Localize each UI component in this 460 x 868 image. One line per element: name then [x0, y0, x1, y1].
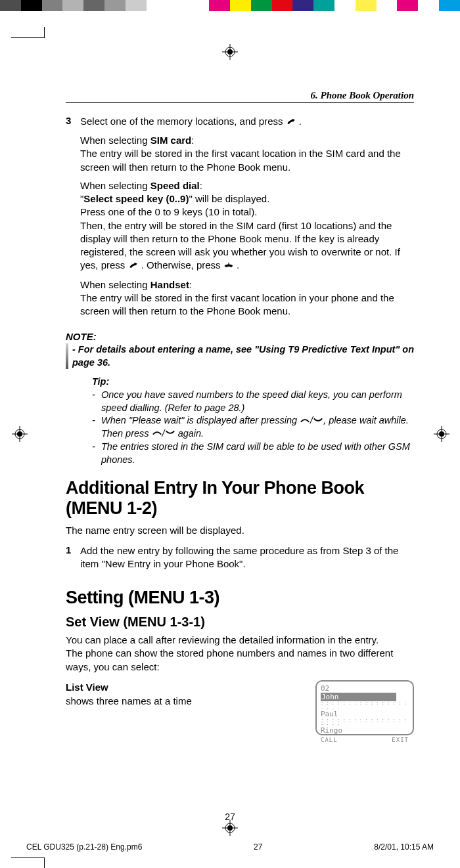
note-text: - For details about entering a name, see… [72, 343, 414, 369]
content-area: 6. Phone Book Operation 3 Select one of … [66, 90, 414, 735]
phone-screen-illustration: 02 John · · · · · · · · · · · · · · · · … [315, 680, 414, 735]
call-key-icon [286, 116, 296, 129]
step1-text: Add the new entry by following the same … [80, 544, 414, 571]
step-number: 3 [66, 115, 80, 323]
crop-mark [11, 825, 44, 858]
note-label: NOTE: [66, 331, 414, 342]
registration-mark-icon [434, 426, 449, 442]
footer-timestamp: 8/2/01, 10:15 AM [374, 842, 434, 852]
list-view-text: List View shows three names at a time [66, 680, 309, 708]
print-color-bar [0, 0, 460, 11]
note-block: - For details about entering a name, see… [66, 343, 414, 369]
call-key-icon [128, 259, 139, 272]
tip-item: - When "Please wait" is displayed after … [92, 414, 414, 441]
list-view-row: List View shows three names at a time 02… [66, 680, 414, 735]
step3-speed: When selecting Speed dial: "Select speed… [80, 179, 414, 273]
heading-set-view: Set View (MENU 1-3-1) [66, 615, 414, 630]
paragraph: The name entry screen will be displayed. [66, 524, 414, 537]
heading-setting: Setting (MENU 1-3) [66, 588, 414, 608]
step3-intro: Select one of the memory locations, and … [80, 115, 414, 129]
end-key-icon [223, 259, 234, 272]
step-1: 1 Add the new entry by following the sam… [66, 544, 414, 576]
note-bar-icon [66, 343, 68, 369]
registration-mark-icon [222, 44, 238, 60]
step3-handset: When selecting Handset: The entry will b… [80, 278, 414, 318]
up-key-icon [300, 415, 310, 428]
page-number: 27 [0, 812, 460, 822]
step3-sim: When selecting SIM card: The entry will … [80, 134, 414, 174]
page-header: 6. Phone Book Operation [66, 90, 414, 103]
down-key-icon [165, 427, 175, 441]
tip-item: -Once you have saved numbers to the spee… [92, 389, 414, 414]
tip-label: Tip: [92, 376, 414, 389]
down-key-icon [313, 415, 323, 428]
crop-mark [11, 37, 44, 70]
registration-mark-icon [12, 426, 28, 442]
heading-additional-entry: Additional Entry In Your Phone Book (MEN… [66, 478, 414, 519]
chapter-title: 6. Phone Book Operation [66, 90, 414, 102]
step-number: 1 [66, 544, 80, 576]
tip-block: Tip: -Once you have saved numbers to the… [92, 376, 414, 466]
footer-filename: CEL GDU325 (p.21-28) Eng.pm6 [26, 842, 142, 852]
print-footer: CEL GDU325 (p.21-28) Eng.pm6 27 8/2/01, … [26, 842, 434, 852]
paragraph: You can place a call after reviewing the… [66, 634, 414, 674]
page: 6. Phone Book Operation 3 Select one of … [0, 11, 460, 868]
registration-mark-icon [222, 820, 238, 836]
tip-item: -The entries stored in the SIM card will… [92, 441, 414, 466]
footer-page: 27 [254, 842, 262, 852]
up-key-icon [152, 427, 162, 441]
step-3: 3 Select one of the memory locations, an… [66, 115, 414, 323]
